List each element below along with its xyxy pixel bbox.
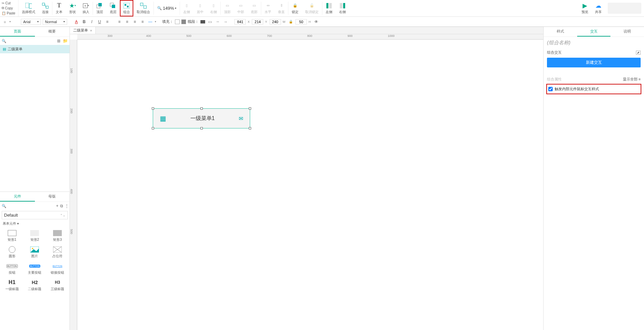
show-all-link[interactable]: 显示全部 [623,77,638,81]
connect-button[interactable]: 连接 [39,0,52,16]
unlock-button[interactable]: 🔓取消锁定 [302,0,322,16]
add-folder-icon[interactable]: 📁 [63,38,68,44]
tab-notes[interactable]: 说明 [610,27,644,37]
fill-label: 填充： [162,19,173,24]
group-name-field[interactable]: (组合名称) [544,37,644,49]
widget-primary-button[interactable]: BUTTON主要按钮 [24,261,46,276]
widget-placeholder[interactable]: 占位符 [47,245,68,260]
y-input[interactable] [252,19,263,24]
selected-group[interactable]: ▦ 一级菜单1 ✉ [153,108,250,128]
doc-tab[interactable]: 二级菜单× [70,27,96,34]
align-left-button[interactable]: ▯左侧 [180,0,193,16]
select-mode-button[interactable]: 选择模式 [18,0,39,16]
document-tabs: 二级菜单× [70,27,543,34]
add-page-icon[interactable]: ⊞ [56,38,61,44]
widget-rect2[interactable]: 矩形2 [24,228,46,243]
sidebar-right-button[interactable]: 右侧 [336,0,349,16]
ungroup-button[interactable]: 取消组合 [133,0,153,16]
underline-icon[interactable]: U [96,19,102,25]
fill-color-swatch[interactable] [175,19,180,24]
lib-options-icon[interactable]: ⧉ [60,203,63,209]
w-input[interactable] [270,19,281,24]
pages-search-input[interactable] [8,39,54,43]
page-icon: ▤ [3,47,6,51]
account-area[interactable] [608,3,641,14]
bold-icon[interactable]: B [81,19,87,25]
dist-h-button[interactable]: ⇔水平 [261,0,275,16]
tab-masters[interactable]: 母版 [35,192,70,202]
add-widget-icon[interactable]: + [56,203,58,209]
expand-icon[interactable]: ⬈ [636,51,641,55]
align-center-button[interactable]: ▯居中 [193,0,207,16]
widget-rect3[interactable]: 矩形3 [47,228,68,243]
group-button[interactable]: 组合 [120,0,133,16]
widget-h1[interactable]: H1一级标题 [1,278,23,293]
line-color-swatch[interactable] [200,20,205,23]
canvas[interactable]: ▦ 一级菜单1 ✉ [77,40,543,330]
line-spacing-icon[interactable]: — [147,19,153,25]
sidebar-left-button[interactable]: 左侧 [322,0,336,16]
share-button[interactable]: ☁共享 [592,0,605,16]
widgets-search-input[interactable] [8,204,54,208]
widget-h2[interactable]: H2二级标题 [24,278,46,293]
font-weight-dropdown[interactable]: Normal▾ [43,19,67,25]
widget-h3[interactable]: H3三级标题 [47,278,68,293]
new-interaction-button[interactable]: 新建交互 [547,58,641,67]
group-icon [123,2,130,9]
paint-format-icon[interactable]: ⟐ [2,19,8,25]
tab-pages[interactable]: 页面 [0,27,35,37]
trigger-inner-mouse-styles-checkbox[interactable]: 触发内部元件鼠标交互样式 [548,87,639,92]
fill-more-icon[interactable] [181,19,186,24]
widget-rect1[interactable]: 矩形1 [1,228,23,243]
cut-button[interactable]: ✂Cut [2,1,16,5]
library-dropdown[interactable]: Default⌃⌄ [2,211,68,219]
text-button[interactable]: T文本 [52,0,66,16]
page-item[interactable]: ▤ 二级菜单 [0,45,70,53]
svg-rect-2 [42,3,45,5]
canvas-area: 二级菜单× 300 400 500 600 700 800 900 1000 1… [70,27,543,330]
line-style-icon[interactable]: ┄ [215,19,221,25]
align-right-button[interactable]: ▯右侧 [207,0,220,16]
preview-button[interactable]: ▶预览 [578,0,592,16]
italic-icon[interactable]: I [89,19,95,25]
tab-style[interactable]: 样式 [544,27,577,37]
checkbox-input[interactable] [548,87,553,91]
font-family-dropdown[interactable]: Arial▾ [21,19,41,25]
widget-button[interactable]: BUTTON按钮 [1,261,23,276]
h-input[interactable] [295,19,307,24]
text-align-right-icon[interactable]: ≡ [132,19,138,25]
widget-image[interactable]: 图片 [24,245,46,260]
more-icon[interactable]: ⋮ [65,203,69,209]
widget-section-title[interactable]: 基本元件 ▾ [0,220,70,227]
text-color-icon[interactable]: A [73,19,79,25]
send-back-button[interactable]: 底层 [106,0,120,16]
shape-button[interactable]: ★▾形状 [66,0,79,16]
line-width-icon[interactable]: ▭ [207,19,213,25]
visibility-icon[interactable]: 👁 [313,19,319,25]
arrow-style-icon[interactable]: → [222,19,228,25]
align-middle-button[interactable]: ▭中部 [234,0,247,16]
text-valign-icon[interactable]: ≡ [139,19,145,25]
zoom-control[interactable]: 🔍149%▾ [154,0,180,16]
dist-v-button[interactable]: ⇕垂直 [275,0,288,16]
x-input[interactable] [234,19,246,24]
tab-outline[interactable]: 概要 [35,27,70,37]
align-bottom-button[interactable]: ▭底部 [247,0,261,16]
paste-button[interactable]: 📋Paste [2,11,16,15]
insert-button[interactable]: +▾插入 [79,0,93,16]
widget-circle[interactable]: 圆形 [1,245,23,260]
group-interaction-header: 组合交互 ⬈ [544,49,644,56]
widget-link-button[interactable]: BUTTON链接按钮 [47,261,68,276]
tab-widgets[interactable]: 元件 [0,192,35,202]
text-align-left-icon[interactable]: ≡ [116,19,122,25]
bullet-list-icon[interactable]: ≡ [104,19,110,25]
bring-front-button[interactable]: 顶层 [93,0,106,16]
text-align-center-icon[interactable]: ≡ [124,19,130,25]
tab-interactions[interactable]: 交互 [577,27,611,37]
lock-aspect-icon[interactable]: 🔒 [288,19,294,25]
close-icon[interactable]: × [90,29,92,33]
align-top-button[interactable]: ▭顶部 [221,0,234,16]
copy-button[interactable]: ⧉Copy [2,6,16,10]
menu-icon[interactable]: ≡ [639,77,641,81]
lock-button[interactable]: 🔒锁定 [288,0,302,16]
